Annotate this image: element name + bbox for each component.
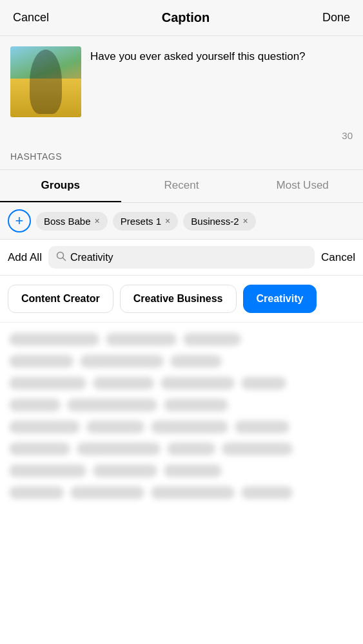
search-row: Add All Cancel bbox=[0, 240, 363, 276]
blurred-hashtag bbox=[167, 442, 215, 455]
tab-most-used[interactable]: Most Used bbox=[242, 170, 363, 202]
blurred-hashtag bbox=[241, 486, 293, 499]
blurred-row-1 bbox=[9, 333, 354, 346]
blurred-hashtag bbox=[183, 333, 241, 346]
blurred-hashtag bbox=[9, 377, 86, 390]
blurred-row-3 bbox=[9, 377, 354, 390]
header: Cancel Caption Done bbox=[0, 0, 363, 36]
tab-groups[interactable]: Groups bbox=[0, 170, 121, 202]
blurred-hashtag bbox=[77, 442, 161, 455]
blurred-hashtag bbox=[9, 355, 74, 368]
tag-chip-presets1: Presets 1 × bbox=[113, 212, 179, 231]
tag-chip-label: Presets 1 bbox=[121, 216, 161, 227]
remove-presets1-button[interactable]: × bbox=[165, 216, 170, 226]
blurred-hashtag bbox=[93, 377, 154, 390]
search-container bbox=[48, 246, 315, 269]
blurred-hashtag bbox=[9, 421, 80, 433]
blurred-hashtag bbox=[164, 399, 228, 412]
blurred-hashtag bbox=[67, 399, 157, 412]
cancel-button[interactable]: Cancel bbox=[13, 11, 49, 24]
blurred-hashtag bbox=[151, 486, 235, 499]
blurred-row-5 bbox=[9, 421, 354, 433]
blurred-hashtag bbox=[9, 464, 86, 477]
remove-boss-babe-button[interactable]: × bbox=[95, 216, 100, 226]
blurred-row-2 bbox=[9, 355, 354, 368]
blurred-row-6 bbox=[9, 442, 354, 455]
done-button[interactable]: Done bbox=[322, 11, 350, 24]
blurred-row-8 bbox=[9, 486, 354, 499]
blurred-hashtag bbox=[241, 377, 286, 390]
group-chip-creativity[interactable]: Creativity bbox=[243, 285, 317, 313]
tab-recent[interactable]: Recent bbox=[121, 170, 242, 202]
tag-chip-business2: Business-2 × bbox=[183, 212, 255, 231]
group-chip-content-creator[interactable]: Content Creator bbox=[8, 285, 113, 313]
blurred-hashtag bbox=[80, 355, 164, 368]
blurred-hashtag bbox=[106, 333, 177, 346]
search-input[interactable] bbox=[70, 252, 307, 263]
add-tag-button[interactable]: + bbox=[8, 209, 31, 232]
hashtag-results bbox=[0, 323, 363, 518]
blurred-hashtag bbox=[9, 399, 61, 412]
blurred-hashtag bbox=[9, 442, 70, 455]
hashtags-label: HASHTAGS bbox=[0, 146, 363, 170]
group-chip-creative-business[interactable]: Creative Business bbox=[120, 285, 237, 313]
char-count: 30 bbox=[0, 128, 363, 146]
caption-text[interactable]: Have you ever asked yourself this questi… bbox=[90, 46, 353, 64]
tags-scroll-row: + Boss Babe × Presets 1 × Business-2 × bbox=[0, 203, 363, 240]
svg-line-1 bbox=[63, 258, 65, 261]
blurred-hashtag bbox=[222, 442, 293, 455]
blurred-row-7 bbox=[9, 464, 354, 477]
blurred-hashtag bbox=[170, 355, 222, 368]
caption-area: Have you ever asked yourself this questi… bbox=[0, 36, 363, 128]
page-title: Caption bbox=[162, 10, 210, 25]
tag-chip-boss-babe: Boss Babe × bbox=[36, 212, 108, 231]
blurred-hashtag bbox=[151, 421, 228, 433]
blurred-hashtag bbox=[9, 333, 99, 346]
blurred-hashtag bbox=[93, 464, 157, 477]
search-icon bbox=[56, 251, 66, 263]
blurred-hashtag bbox=[161, 377, 235, 390]
tabs-row: Groups Recent Most Used bbox=[0, 170, 363, 203]
cancel-search-button[interactable]: Cancel bbox=[321, 251, 355, 264]
blurred-hashtag bbox=[86, 421, 144, 433]
tag-chip-label: Boss Babe bbox=[44, 216, 91, 227]
remove-business2-button[interactable]: × bbox=[243, 216, 248, 226]
blurred-hashtag bbox=[235, 421, 289, 433]
blurred-hashtag bbox=[164, 464, 222, 477]
blurred-hashtag bbox=[70, 486, 144, 499]
blurred-row-4 bbox=[9, 399, 354, 412]
tag-chip-label: Business-2 bbox=[191, 216, 239, 227]
group-chips-row: Content Creator Creative Business Creati… bbox=[0, 276, 363, 323]
blurred-hashtag bbox=[9, 486, 64, 499]
add-all-button[interactable]: Add All bbox=[8, 251, 42, 264]
caption-image bbox=[10, 46, 81, 117]
